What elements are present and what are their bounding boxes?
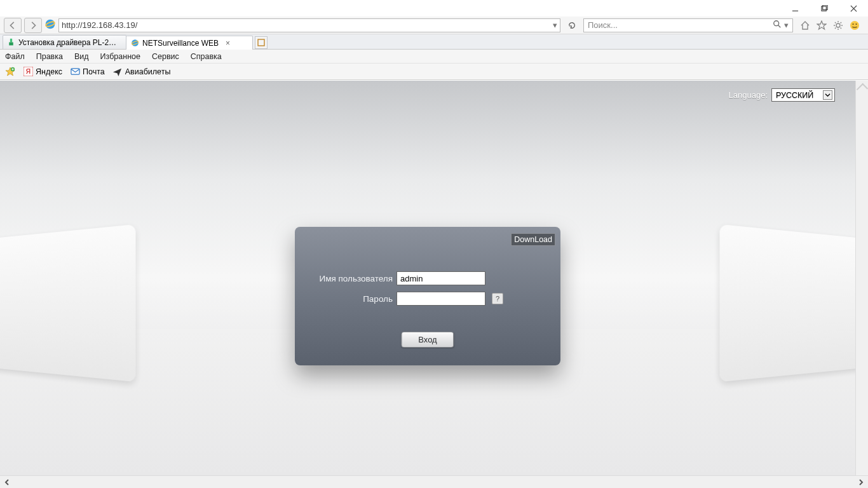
menu-edit[interactable]: Правка [36, 52, 63, 61]
mail-icon [70, 67, 80, 77]
close-button[interactable] [839, 0, 868, 17]
favorites-bar: Я Яндекс Почта Авиабилеты [0, 64, 868, 80]
language-label: Language: [729, 90, 768, 100]
fav-label: Яндекс [36, 67, 62, 76]
svg-point-13 [856, 24, 857, 25]
favorites-star-icon[interactable] [816, 20, 827, 31]
tab-label: NETSurveillance WEB [142, 39, 219, 48]
password-input[interactable] [397, 292, 485, 306]
login-panel: DownLoad Имя пользователя Пароль ? Вход [295, 227, 560, 365]
fav-label: Авиабилеты [125, 67, 171, 76]
scroll-right-icon[interactable] [858, 477, 864, 488]
browser-tool-icons [799, 20, 860, 31]
forward-button[interactable] [24, 18, 42, 33]
svg-rect-1 [821, 6, 825, 10]
svg-line-8 [778, 25, 781, 28]
address-text: http://192.168.43.19/ [62, 20, 137, 30]
refresh-button[interactable] [563, 21, 581, 30]
svg-rect-23 [71, 69, 79, 74]
tabs-row: Установка драйвера PL-2303... NETSurveil… [0, 34, 868, 50]
menu-view[interactable]: Вид [74, 52, 89, 61]
bg-wall-right [719, 224, 855, 382]
ssl-caret-icon[interactable]: ▾ [553, 20, 557, 30]
fav-label: Почта [83, 67, 105, 76]
maximize-button[interactable] [810, 0, 839, 17]
plane-icon [112, 67, 123, 77]
page-content: Language: РУССКИЙ DownLoad Имя пользоват… [0, 81, 855, 475]
chevron-down-icon [823, 90, 832, 100]
address-bar-row: http://192.168.43.19/ ▾ Поиск... ▾ [0, 17, 868, 34]
search-input[interactable]: Поиск... ▾ [583, 18, 793, 32]
add-favorite-icon[interactable] [5, 67, 15, 77]
svg-marker-9 [817, 21, 826, 29]
svg-rect-15 [9, 43, 13, 46]
menu-service[interactable]: Сервис [152, 52, 179, 61]
menu-bar: Файл Правка Вид Избранное Сервис Справка [0, 50, 868, 64]
horizontal-scrollbar[interactable] [0, 475, 868, 488]
login-button[interactable]: Вход [401, 332, 454, 348]
password-help-button[interactable]: ? [492, 293, 503, 304]
svg-text:Я: Я [25, 68, 30, 75]
tab-label: Установка драйвера PL-2303... [18, 38, 119, 47]
search-icon[interactable] [773, 20, 782, 30]
yandex-icon: Я [23, 67, 33, 77]
fav-flights[interactable]: Авиабилеты [112, 67, 171, 77]
username-label: Имя пользователя [295, 274, 397, 283]
minimize-button[interactable] [780, 0, 810, 17]
fav-yandex[interactable]: Я Яндекс [23, 67, 62, 77]
ie-logo-icon [44, 18, 56, 32]
tab-netsurveillance[interactable]: NETSurveillance WEB × [126, 36, 253, 50]
search-placeholder: Поиск... [588, 20, 618, 30]
svg-rect-14 [10, 39, 12, 43]
tools-gear-icon[interactable] [832, 20, 844, 31]
menu-file[interactable]: Файл [5, 52, 25, 61]
fav-mail[interactable]: Почта [70, 67, 105, 77]
svg-point-12 [853, 24, 854, 25]
address-input[interactable]: http://192.168.43.19/ ▾ [58, 18, 560, 32]
scroll-left-icon[interactable] [4, 477, 10, 488]
download-button[interactable]: DownLoad [511, 233, 555, 246]
svg-point-11 [850, 21, 859, 30]
search-caret-icon[interactable]: ▾ [784, 20, 789, 30]
home-icon[interactable] [799, 20, 811, 31]
password-row: Пароль ? [295, 292, 560, 306]
username-input[interactable] [397, 271, 485, 285]
new-tab-button[interactable] [255, 36, 268, 49]
menu-help[interactable]: Справка [191, 52, 222, 61]
ie-page-icon [130, 39, 139, 48]
svg-point-7 [774, 21, 779, 26]
username-row: Имя пользователя [295, 271, 560, 285]
bg-wall-left [0, 224, 136, 382]
tab-pl2303[interactable]: Установка драйвера PL-2303... [3, 35, 126, 49]
svg-rect-18 [258, 39, 264, 46]
svg-point-10 [836, 24, 840, 27]
back-button[interactable] [4, 18, 22, 33]
menu-fav[interactable]: Избранное [100, 52, 140, 61]
password-label: Пароль [295, 294, 397, 304]
tab-close-icon[interactable]: × [226, 39, 230, 48]
window-controls [780, 0, 868, 17]
device-icon [7, 38, 15, 47]
svg-rect-2 [822, 5, 827, 10]
language-select[interactable]: РУССКИЙ [771, 88, 835, 102]
smiley-icon[interactable] [849, 20, 860, 31]
language-picker: Language: РУССКИЙ [729, 88, 835, 102]
language-value: РУССКИЙ [776, 91, 813, 100]
vertical-scrollbar[interactable] [855, 81, 868, 475]
